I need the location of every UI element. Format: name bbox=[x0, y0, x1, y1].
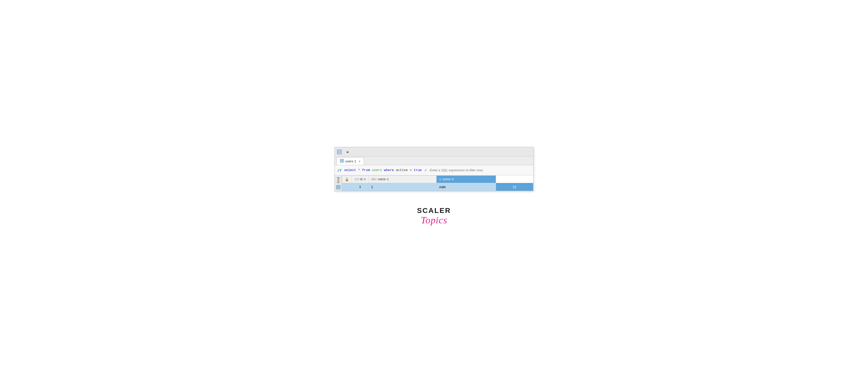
tab-close-button[interactable]: × bbox=[359, 160, 361, 163]
title-bar: ◄ bbox=[335, 147, 533, 156]
main-container: ◄ users 1 × ⟨·T bbox=[10, 147, 858, 225]
svg-rect-5 bbox=[340, 159, 344, 163]
tab-label: users 1 bbox=[345, 159, 356, 163]
table-row: 1 1 Aditi [v] bbox=[342, 183, 533, 191]
side-label: Grid bbox=[335, 175, 342, 191]
query-text: select * from users where active = true bbox=[344, 168, 422, 172]
data-table: 🔒 123 id ⇅ ABC name bbox=[342, 175, 533, 191]
brand-topics-text: Topics bbox=[421, 215, 447, 225]
expand-icon[interactable]: ⤢ bbox=[424, 168, 427, 172]
col-name-id: id bbox=[360, 177, 362, 181]
col-name-name: name bbox=[378, 177, 385, 181]
grid-label: Grid bbox=[337, 177, 340, 183]
query-type-icon: ⟨·T bbox=[337, 168, 342, 172]
col-header-active[interactable]: ☑ active ⇅ bbox=[436, 176, 496, 183]
col-header-lock: 🔒 bbox=[342, 176, 352, 183]
svg-rect-0 bbox=[337, 150, 341, 154]
tab-bar: users 1 × bbox=[335, 156, 533, 165]
tab-table-icon bbox=[340, 159, 344, 164]
grid-area: Grid 🔒 bbox=[335, 175, 533, 191]
col-header-name[interactable]: ABC name ⇅ bbox=[368, 176, 436, 183]
query-bar: ⟨·T select * from users where active = t… bbox=[335, 165, 533, 175]
users-tab[interactable]: users 1 × bbox=[337, 157, 364, 165]
svg-rect-10 bbox=[336, 185, 340, 189]
col-name-active: active bbox=[443, 177, 451, 181]
cell-name[interactable]: Aditi bbox=[436, 183, 496, 191]
db-tool-icon bbox=[337, 149, 342, 154]
cell-active[interactable]: [v] bbox=[496, 183, 533, 191]
col-header-id[interactable]: 123 id ⇅ bbox=[352, 176, 369, 183]
db-window: ◄ users 1 × ⟨·T bbox=[335, 147, 533, 191]
grid-view-icon[interactable] bbox=[336, 185, 341, 190]
brand-scaler-text: SCALER bbox=[417, 206, 451, 215]
back-arrow-button[interactable]: ◄ bbox=[345, 150, 349, 154]
sort-icon-name[interactable]: ⇅ bbox=[386, 178, 389, 181]
checkbox-value: [v] bbox=[511, 184, 518, 189]
col-type-active: ☑ bbox=[439, 178, 442, 181]
sort-icon-id[interactable]: ⇅ bbox=[364, 178, 366, 181]
col-type-name: ABC bbox=[371, 178, 377, 181]
cell-lock bbox=[342, 183, 352, 191]
sort-icon-active[interactable]: ⇅ bbox=[452, 178, 454, 181]
branding: SCALER Topics bbox=[417, 206, 451, 225]
cell-id[interactable]: 1 bbox=[368, 183, 436, 191]
cell-row-num: 1 bbox=[352, 183, 369, 191]
filter-input[interactable] bbox=[430, 168, 531, 172]
col-type-id: 123 bbox=[354, 178, 359, 181]
